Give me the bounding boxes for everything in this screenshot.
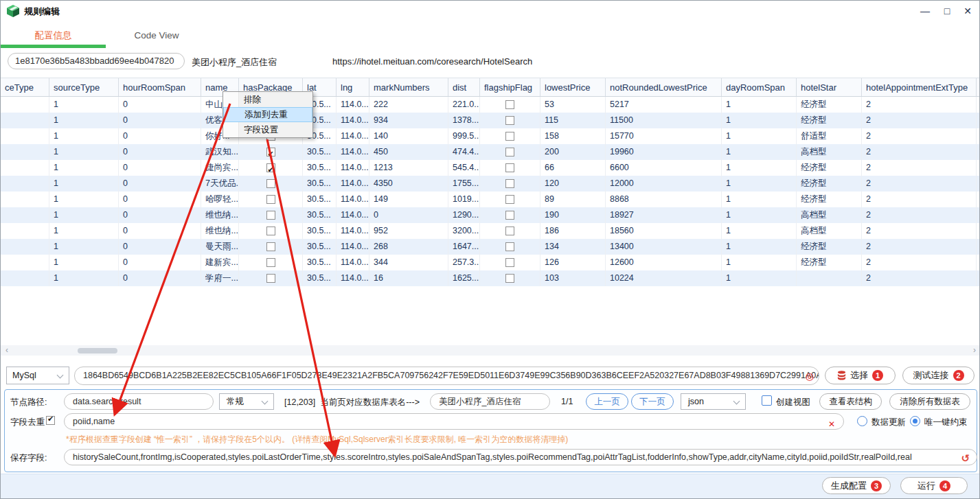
menu-item-字段设置[interactable]: 字段设置 — [223, 122, 312, 137]
clear-icon[interactable]: ✕ — [828, 417, 835, 430]
select-db-button[interactable]: 选择 1 — [825, 367, 896, 384]
table-row[interactable]: 10优客...30.5...114.0...9341378....1151150… — [1, 113, 980, 128]
table-cell: 2 — [862, 239, 977, 255]
table-cell: 2 — [862, 270, 977, 286]
table-row[interactable]: 10学府一...30.5...114.0...161625....1031022… — [1, 270, 980, 286]
checkbox[interactable] — [505, 132, 514, 141]
column-header-lng[interactable]: lng — [337, 78, 369, 96]
table-cell: 1 — [49, 207, 119, 223]
menu-item-add-to-dedup[interactable]: 添加到去重 — [223, 107, 312, 122]
table-row[interactable]: 107天优品...30.5...114.0...43501755....1201… — [1, 176, 980, 192]
prev-page-button[interactable]: 上一页 — [586, 393, 628, 410]
format-select[interactable]: json — [681, 393, 746, 410]
run-button[interactable]: 运行 4 — [900, 477, 968, 494]
node-path-input[interactable]: data.search.result — [64, 393, 214, 410]
checkbox[interactable] — [505, 148, 514, 156]
tab-code-view[interactable]: Code View — [106, 27, 207, 45]
db-type-select[interactable]: MySql — [6, 367, 69, 384]
column-header-flagshipFlag[interactable]: flagshipFlag — [480, 78, 540, 96]
table-cell: 0 — [119, 255, 201, 270]
checkbox[interactable] — [505, 227, 514, 235]
horizontal-scrollbar[interactable]: ‹ › — [1, 345, 980, 356]
column-header-ceType[interactable]: ceType — [1, 78, 49, 96]
scrollbar-thumb[interactable] — [78, 348, 117, 353]
checkbox[interactable] — [505, 195, 514, 204]
table-row[interactable]: 10曼天雨...30.5...114.0...2681647....134134… — [1, 239, 980, 255]
checkbox[interactable] — [266, 179, 275, 188]
checkbox[interactable] — [266, 274, 275, 283]
cell-checkbox — [239, 255, 303, 270]
column-header-hotelAppointmentExtType[interactable]: hotelAppointmentExtType — [862, 78, 977, 96]
checkbox[interactable] — [266, 163, 275, 172]
column-header-notRoundedLowestPrice[interactable]: notRoundedLowestPrice — [606, 78, 722, 96]
table-cell: 1 — [49, 239, 119, 255]
minimize-button[interactable]: — — [913, 1, 937, 21]
column-header-markNumbers[interactable]: markNumbers — [369, 78, 448, 96]
mode-select[interactable]: 常规 — [219, 393, 274, 410]
checkbox[interactable] — [505, 116, 514, 125]
table-cell: 1625.... — [448, 270, 480, 286]
reveal-secret-icon[interactable]: ◎ — [806, 371, 814, 382]
checkbox[interactable] — [505, 179, 514, 188]
table-cell: 0 — [119, 192, 201, 207]
connection-string-input[interactable]: 1864BD6549BCD6B1A225B2EE82EC5CB105A66F1F… — [74, 367, 819, 385]
checkbox[interactable] — [505, 163, 514, 172]
checkbox[interactable] — [505, 258, 514, 267]
cell-checkbox — [480, 270, 540, 286]
cell-checkbox — [239, 160, 303, 176]
next-page-button[interactable]: 下一页 — [631, 393, 674, 410]
test-connection-button[interactable]: 测试连接 2 — [902, 367, 975, 384]
create-view-checkbox[interactable] — [762, 395, 772, 406]
table-row[interactable]: 10维也纳...30.5...114.0...9523200....186185… — [1, 223, 980, 239]
table-row[interactable]: 10哈啰轻...30.5...114.0...1491019....898868… — [1, 192, 980, 207]
rule-id-input[interactable]: 1e8170e36b5a483bbadd69ee4b047820 — [8, 53, 185, 69]
dedup-checkbox[interactable] — [46, 416, 55, 425]
checkbox[interactable] — [505, 242, 514, 251]
generate-config-button[interactable]: 生成配置 3 — [822, 477, 891, 494]
table-row[interactable]: 10维也纳...30.5...114.0...01290....19018927… — [1, 207, 980, 223]
checkbox[interactable] — [266, 211, 275, 220]
clear-all-tables-button[interactable]: 清除所有数据表 — [889, 393, 970, 410]
checkbox[interactable] — [266, 195, 275, 204]
radio-unique-key[interactable] — [910, 416, 920, 426]
table-cell: 1 — [722, 192, 797, 207]
table-row[interactable]: 10捷尚宾...30.5...114.0...1213545.4...66660… — [1, 160, 980, 176]
close-button[interactable]: ✕ — [956, 1, 979, 21]
checkbox[interactable] — [505, 211, 514, 220]
table-cell: 221.0... — [448, 97, 480, 113]
column-header-sourceType[interactable]: sourceType — [49, 78, 119, 96]
checkbox[interactable] — [266, 258, 275, 267]
column-header-dist[interactable]: dist — [448, 78, 480, 96]
checkbox[interactable] — [505, 274, 514, 283]
menu-item-排除[interactable]: 排除 — [223, 92, 312, 107]
table-row[interactable]: 10武汉知...30.5...114.0...450474.4...200199… — [1, 144, 980, 160]
tab-config-info[interactable]: 配置信息 — [1, 27, 106, 45]
maximize-button[interactable]: □ — [935, 1, 959, 21]
table-cell: 1 — [722, 239, 797, 255]
radio-unique-key-label: 唯一键约束 — [924, 417, 968, 428]
save-fields-input[interactable]: historySaleCount,frontImg,isCooperated,s… — [64, 449, 977, 465]
column-header-dayRoomSpan[interactable]: dayRoomSpan — [722, 78, 797, 96]
checkbox[interactable] — [266, 227, 275, 235]
table-cell — [1, 239, 49, 255]
table-cell: 30.5... — [303, 144, 337, 160]
view-schema-button[interactable]: 查看表结构 — [819, 393, 882, 410]
radio-data-update[interactable] — [857, 416, 867, 426]
table-row[interactable]: 10建新宾...30.5...114.0...344257.3...126126… — [1, 255, 980, 270]
checkbox[interactable] — [505, 100, 514, 109]
table-row[interactable]: 10你好...30.5...114.0...140999.5...1581577… — [1, 128, 980, 144]
scroll-right-icon[interactable]: › — [970, 345, 979, 356]
column-header-lowestPrice[interactable]: lowestPrice — [540, 78, 606, 96]
table-cell — [1, 113, 49, 128]
table-row[interactable]: 10中山...30.5...114.0...222221.0...5352171… — [1, 97, 980, 113]
column-header-hotelStar[interactable]: hotelStar — [797, 78, 862, 96]
column-header-hourRoomSpan[interactable]: hourRoomSpan — [119, 78, 201, 96]
checkbox[interactable] — [266, 148, 275, 156]
table-cell: 0 — [119, 223, 201, 239]
table-name-input[interactable]: 美团小程序_酒店住宿 — [430, 393, 550, 410]
checkbox[interactable] — [266, 242, 275, 251]
dedup-fields-input[interactable]: poiid,name ✕ — [64, 413, 844, 430]
scroll-left-icon[interactable]: ‹ — [2, 345, 12, 356]
undo-icon[interactable]: ↺ — [961, 451, 970, 465]
table-cell: 30.5... — [303, 239, 337, 255]
